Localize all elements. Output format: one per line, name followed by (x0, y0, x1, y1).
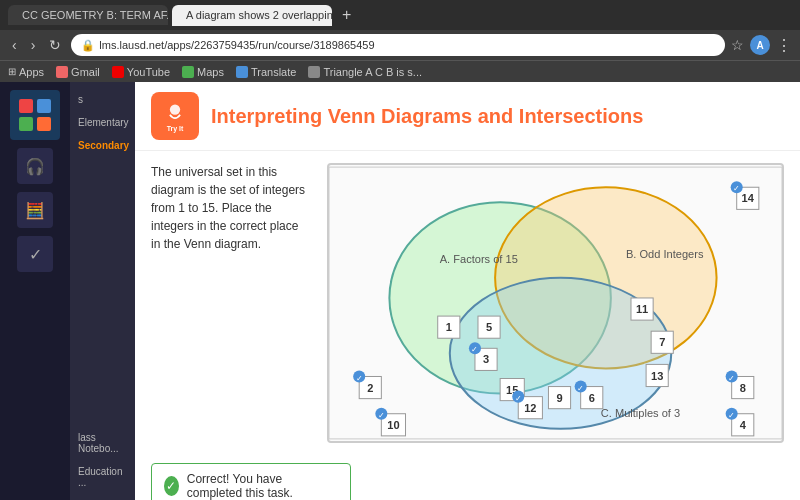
success-text: Correct! You have completed this task. (187, 472, 338, 500)
sidebar: 🎧 🧮 ✓ (0, 82, 70, 500)
maps-icon (182, 66, 194, 78)
reload-button[interactable]: ↻ (45, 35, 65, 55)
success-message: ✓ Correct! You have completed this task. (151, 463, 351, 500)
nav-item-secondary[interactable]: Secondary (74, 136, 131, 155)
svg-rect-2 (37, 99, 51, 113)
svg-text:✓: ✓ (733, 184, 740, 193)
try-it-icon: Try It (151, 92, 199, 140)
svg-text:6: 6 (589, 392, 595, 404)
sidebar-logo (10, 90, 60, 140)
nav-panel: s Elementary Secondary lass Notebo... Ed… (70, 82, 135, 500)
svg-text:✓: ✓ (378, 411, 385, 420)
nav-item-education[interactable]: Education ... (74, 462, 131, 492)
venn-svg: A. Factors of 15 B. Odd Integers C. Mult… (329, 165, 782, 441)
svg-text:9: 9 (556, 392, 562, 404)
svg-text:✓: ✓ (728, 411, 735, 420)
svg-text:✓: ✓ (515, 394, 522, 403)
svg-rect-3 (19, 117, 33, 131)
translate-icon (236, 66, 248, 78)
tab-diagram[interactable]: A diagram shows 2 overlapping... ✕ (172, 5, 332, 26)
bookmark-youtube[interactable]: YouTube (112, 66, 170, 78)
nav-item-notebook[interactable]: lass Notebo... (74, 428, 131, 458)
svg-text:14: 14 (742, 192, 755, 204)
triangle-icon (308, 66, 320, 78)
forward-button[interactable]: › (27, 35, 40, 55)
circle-a-label: A. Factors of 15 (440, 253, 518, 265)
instructions-text: The universal set in this diagram is the… (151, 163, 311, 443)
svg-text:5: 5 (486, 321, 492, 333)
svg-text:13: 13 (651, 370, 663, 382)
bookmark-maps[interactable]: Maps (182, 66, 224, 78)
gmail-icon (56, 66, 68, 78)
svg-rect-1 (19, 99, 33, 113)
sidebar-check[interactable]: ✓ (17, 236, 53, 272)
profile-button[interactable]: A (750, 35, 770, 55)
svg-text:12: 12 (524, 402, 536, 414)
nav-item-s[interactable]: s (74, 90, 131, 109)
nav-item-elementary[interactable]: Elementary (74, 113, 131, 132)
new-tab-button[interactable]: + (336, 6, 357, 24)
svg-text:✓: ✓ (356, 374, 363, 383)
course-header: Try It Interpreting Venn Diagrams and In… (135, 82, 800, 151)
venn-diagram-container: A. Factors of 15 B. Odd Integers C. Mult… (327, 163, 784, 443)
apps-icon: ⊞ (8, 66, 16, 77)
tab-cc-geometry[interactable]: CC GEOMETRY B: TERM AF... (8, 5, 168, 25)
svg-text:4: 4 (740, 419, 747, 431)
course-title: Interpreting Venn Diagrams and Intersect… (211, 105, 643, 128)
circle-b-label: B. Odd Integers (626, 248, 704, 260)
logo-svg (15, 95, 55, 135)
bookmark-gmail[interactable]: Gmail (56, 66, 100, 78)
svg-point-5 (170, 104, 180, 114)
svg-text:1: 1 (446, 321, 452, 333)
svg-text:10: 10 (387, 419, 399, 431)
menu-button[interactable]: ⋮ (776, 36, 792, 55)
svg-text:8: 8 (740, 382, 746, 394)
bookmark-apps[interactable]: ⊞ Apps (8, 66, 44, 78)
svg-rect-4 (37, 117, 51, 131)
svg-text:11: 11 (636, 303, 648, 315)
bookmark-translate[interactable]: Translate (236, 66, 296, 78)
sidebar-headphones[interactable]: 🎧 (17, 148, 53, 184)
svg-text:3: 3 (483, 353, 489, 365)
success-icon: ✓ (164, 476, 179, 496)
svg-text:2: 2 (367, 382, 373, 394)
circle-c-label: C. Multiples of 3 (601, 407, 680, 419)
svg-text:7: 7 (659, 336, 665, 348)
secure-icon: 🔒 (81, 39, 95, 52)
back-button[interactable]: ‹ (8, 35, 21, 55)
bookmark-triangle[interactable]: Triangle A C B is s... (308, 66, 422, 78)
try-it-label: Try It (167, 125, 184, 132)
bookmarks-bar: ⊞ Apps Gmail YouTube Maps Translate Tria… (0, 60, 800, 82)
content-area: Try It Interpreting Venn Diagrams and In… (135, 82, 800, 500)
address-bar[interactable]: 🔒 lms.lausd.net/apps/2263759435/run/cour… (71, 34, 725, 56)
svg-text:✓: ✓ (728, 374, 735, 383)
svg-text:✓: ✓ (577, 384, 584, 393)
sidebar-calculator[interactable]: 🧮 (17, 192, 53, 228)
bookmark-star[interactable]: ☆ (731, 37, 744, 53)
svg-text:✓: ✓ (471, 345, 478, 354)
youtube-icon (112, 66, 124, 78)
